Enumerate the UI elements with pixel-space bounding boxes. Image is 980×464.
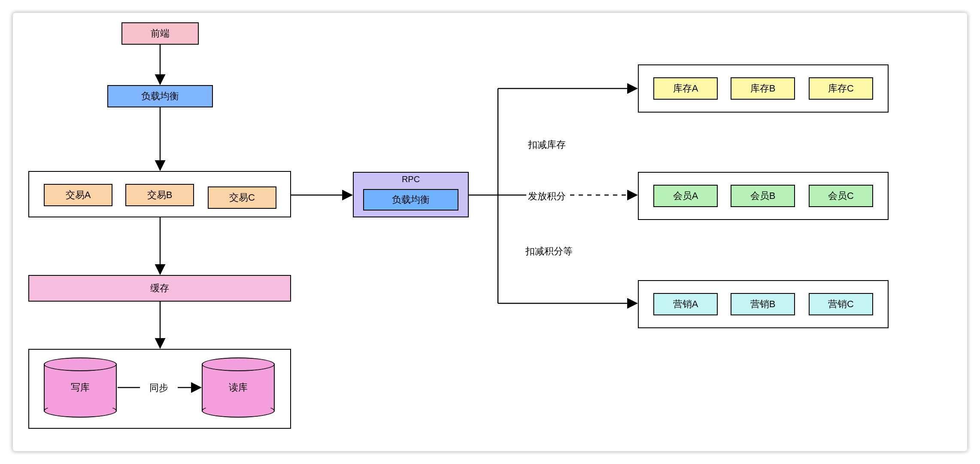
node-label: 库存A	[673, 82, 698, 95]
node-label: 负载均衡	[392, 193, 430, 206]
node-tx-b: 交易B	[125, 184, 194, 206]
label-deduct-points: 扣减积分等	[525, 245, 573, 258]
node-label: 写库	[44, 381, 117, 394]
cylinder-read-db: 读库	[202, 357, 275, 418]
page: 前端 负载均衡 交易A 交易B 交易C 缓存 写库	[0, 0, 980, 464]
node-cache: 缓存	[28, 275, 291, 302]
node-label: 交易A	[66, 189, 91, 201]
node-label: 读库	[202, 381, 275, 394]
label-sync: 同步	[142, 382, 176, 394]
node-label: 缓存	[150, 282, 169, 295]
node-member-b: 会员B	[731, 185, 795, 207]
node-member-a: 会员A	[653, 185, 718, 207]
node-label: 营销B	[750, 298, 776, 311]
node-label: 会员B	[750, 189, 776, 202]
node-label: 交易B	[147, 189, 173, 201]
node-label: 负载均衡	[141, 90, 179, 103]
node-label: 营销A	[673, 298, 698, 311]
label-rpc-title: RPC	[354, 174, 468, 184]
diagram-card: 前端 负载均衡 交易A 交易B 交易C 缓存 写库	[13, 13, 967, 451]
node-label: 库存C	[828, 82, 854, 95]
node-label: 会员C	[828, 189, 854, 202]
node-label: 前端	[151, 27, 170, 40]
node-label: 会员A	[673, 189, 698, 202]
node-tx-c: 交易C	[208, 186, 276, 209]
node-stock-a: 库存A	[653, 77, 718, 100]
node-stock-c: 库存C	[809, 77, 873, 100]
node-load-balancer: 负载均衡	[107, 85, 213, 107]
group-rpc: RPC 负载均衡	[353, 172, 469, 217]
node-frontend: 前端	[121, 22, 199, 45]
node-label: 交易C	[229, 191, 255, 204]
label-deduct-stock: 扣减库存	[528, 138, 566, 151]
node-rpc-lb: 负载均衡	[363, 189, 458, 211]
node-mkt-b: 营销B	[731, 293, 795, 315]
node-mkt-a: 营销A	[653, 293, 718, 315]
node-mkt-c: 营销C	[809, 293, 873, 315]
node-stock-b: 库存B	[731, 77, 795, 100]
label-grant-points: 发放积分	[528, 190, 566, 203]
node-label: 营销C	[828, 298, 854, 311]
node-label: 库存B	[750, 82, 776, 95]
node-member-c: 会员C	[809, 185, 873, 207]
node-tx-a: 交易A	[44, 184, 112, 206]
cylinder-write-db: 写库	[44, 357, 117, 418]
